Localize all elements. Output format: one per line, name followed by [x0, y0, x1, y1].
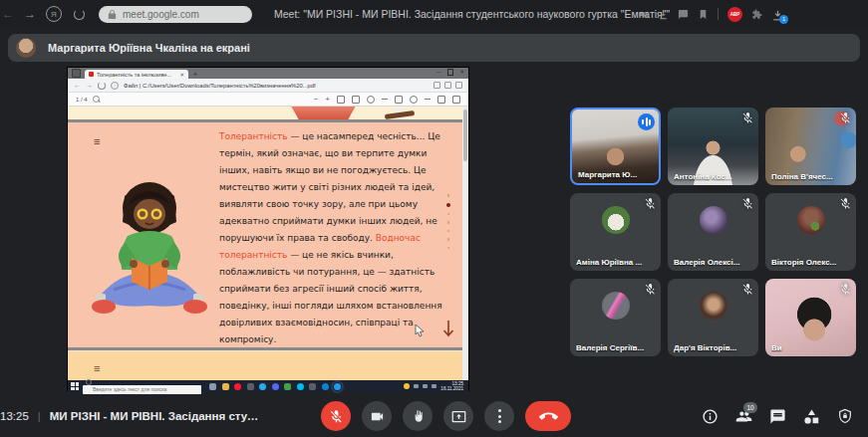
- tray-icon[interactable]: [414, 384, 419, 388]
- meeting-details-button[interactable]: [702, 408, 719, 425]
- maximize-button[interactable]: [447, 69, 454, 76]
- app-icon[interactable]: [247, 383, 254, 390]
- taskbar-date: 16.11.2021: [440, 386, 463, 391]
- participant-tile-viktoria[interactable]: Вікторія Олекс...: [765, 193, 856, 271]
- participant-name: Дар'я Вікторів...: [674, 343, 754, 352]
- fit-page-icon[interactable]: [337, 96, 345, 104]
- more-options-button[interactable]: [484, 401, 514, 431]
- ss-back-icon[interactable]: ←: [74, 82, 81, 89]
- extension-icon[interactable]: [751, 9, 762, 20]
- tab-media-icon[interactable]: [638, 9, 649, 20]
- end-call-button[interactable]: [525, 401, 571, 431]
- bookmark-icon[interactable]: [698, 9, 709, 20]
- participant-tile-darya[interactable]: Дар'я Вікторів...: [668, 279, 758, 356]
- profile-icon[interactable]: [455, 82, 462, 89]
- scroll-down-arrow-icon[interactable]: [442, 320, 454, 339]
- zoom-out-icon[interactable]: −: [314, 96, 319, 104]
- camera-button[interactable]: [362, 401, 392, 431]
- reload-icon[interactable]: [74, 9, 85, 20]
- pdf-file-path[interactable]: Файл | C:/Users/User/Downloads/Толерантн…: [124, 83, 429, 89]
- task-view-icon[interactable]: [209, 383, 216, 390]
- shared-browser-addressbar: ← → i Файл | C:/Users/User/Downloads/Тол…: [68, 79, 468, 93]
- ss-reload-icon[interactable]: [98, 82, 106, 90]
- page-view-icon[interactable]: [352, 96, 360, 104]
- pdf-content-area[interactable]: ≡: [68, 107, 468, 380]
- rotate-icon[interactable]: [425, 99, 431, 101]
- presenter-avatar: [16, 38, 36, 58]
- mic-off-icon: [741, 111, 754, 124]
- highlight-icon[interactable]: [395, 96, 403, 104]
- pdf-toolbar: 1 / 4 − +: [68, 93, 468, 107]
- skype-icon[interactable]: [297, 383, 304, 390]
- ss-forward-icon[interactable]: →: [86, 82, 93, 89]
- tab-close-icon[interactable]: ✕: [179, 72, 184, 78]
- close-window-button[interactable]: ✕: [459, 70, 464, 76]
- hand-icon: [411, 409, 425, 423]
- file-info-icon[interactable]: i: [111, 82, 119, 90]
- lock-icon: [107, 9, 118, 20]
- shared-screen[interactable]: Толерантність та інклюзивн... ✕ + — ✕ ← …: [68, 68, 468, 390]
- avatar: [700, 206, 727, 234]
- activities-button[interactable]: [803, 408, 820, 425]
- pdf-favicon: [89, 72, 94, 77]
- participant-tile-margarita[interactable]: Маргарита Ю...: [570, 108, 661, 185]
- back-button[interactable]: ←: [2, 7, 14, 21]
- slide-nav-dots[interactable]: [446, 194, 450, 249]
- participant-tile-valeria-o[interactable]: Валерія Олексі...: [668, 193, 758, 271]
- pdf-search-icon[interactable]: [93, 96, 100, 103]
- opera-icon[interactable]: [234, 383, 241, 390]
- participant-tile-polina[interactable]: Поліна В'ячес...: [765, 108, 856, 185]
- forward-button[interactable]: →: [24, 7, 36, 21]
- draw-icon[interactable]: [382, 99, 388, 101]
- read-aloud-icon[interactable]: [367, 96, 375, 104]
- participant-tile-antonina[interactable]: Антоніна Кос...: [668, 108, 758, 185]
- tray-icon[interactable]: [432, 384, 436, 388]
- taskbar-search-input[interactable]: [83, 385, 201, 394]
- favorites-icon[interactable]: [434, 82, 440, 89]
- mic-button[interactable]: [321, 401, 351, 431]
- taskbar-clock[interactable]: 13:25 16.11.2021: [440, 381, 463, 392]
- chat-indicator-icon[interactable]: [678, 9, 689, 20]
- telegram-icon[interactable]: [259, 383, 266, 390]
- pdf-tab[interactable]: Толерантність та інклюзивн... ✕: [85, 70, 188, 79]
- start-button[interactable]: [71, 382, 79, 390]
- downloads-button[interactable]: 1: [771, 8, 784, 21]
- pdf-scrollbar[interactable]: [462, 107, 468, 380]
- app-icon[interactable]: [309, 383, 316, 390]
- taskbar-search[interactable]: [83, 377, 201, 395]
- edge-icon[interactable]: [322, 383, 329, 390]
- previous-page-bottom: [68, 107, 468, 119]
- erase-icon[interactable]: [410, 96, 418, 104]
- discord-icon[interactable]: [272, 383, 279, 390]
- weather-icon[interactable]: [404, 383, 410, 389]
- app-icon[interactable]: [284, 383, 291, 390]
- tab-search-icon[interactable]: [72, 69, 81, 78]
- explorer-icon[interactable]: [222, 383, 229, 390]
- new-tab-button[interactable]: +: [193, 71, 197, 78]
- collections-icon[interactable]: [444, 82, 451, 89]
- host-controls-button[interactable]: [837, 408, 854, 425]
- call-controls: [321, 401, 571, 431]
- activities-icon: [803, 408, 820, 425]
- address-bar[interactable]: meet.google.com: [99, 6, 252, 23]
- tray-icon[interactable]: [423, 384, 428, 388]
- save-icon[interactable]: [437, 96, 445, 104]
- participant-tile-valeria-s[interactable]: Валерія Сергіїв...: [570, 279, 661, 356]
- page-title: Meet: "МИ РІЗНІ - МИ РІВНІ. Засідання ст…: [274, 8, 670, 20]
- adblock-extension-icon[interactable]: ABP: [727, 7, 742, 22]
- participant-tile-amina[interactable]: Аміна Юріївна ...: [570, 193, 661, 271]
- participant-tile-you[interactable]: Ви: [765, 279, 856, 356]
- people-button[interactable]: 10: [735, 408, 752, 425]
- browser-profile-icon[interactable]: Я: [46, 6, 62, 22]
- mic-indicator-icon[interactable]: [658, 9, 669, 20]
- browser-active-icon[interactable]: [334, 383, 341, 390]
- chat-button[interactable]: [769, 408, 786, 425]
- minimize-button[interactable]: —: [435, 70, 441, 76]
- raise-hand-button[interactable]: [403, 401, 433, 431]
- mic-off-icon: [839, 197, 852, 210]
- toolbar-divider: [718, 8, 719, 20]
- print-icon[interactable]: [452, 96, 460, 104]
- scrollbar-thumb[interactable]: [463, 109, 467, 161]
- zoom-in-icon[interactable]: +: [325, 96, 330, 104]
- present-button[interactable]: [443, 401, 473, 431]
